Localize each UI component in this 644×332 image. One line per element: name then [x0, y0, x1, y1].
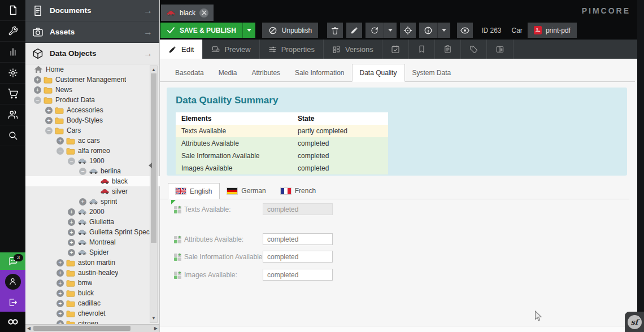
- info-button[interactable]: [419, 23, 450, 38]
- rail-settings-button[interactable]: [0, 63, 25, 84]
- tab-tags[interactable]: [461, 40, 487, 59]
- sale-information-available-input[interactable]: completed: [263, 251, 333, 263]
- info-menu-button[interactable]: [437, 23, 450, 38]
- minus-toggle-icon[interactable]: −: [68, 158, 75, 165]
- scroll-right-icon[interactable]: ▶: [154, 326, 158, 331]
- language-tab-english[interactable]: English: [168, 183, 220, 199]
- tab-schedule[interactable]: [382, 40, 409, 59]
- rail-pimcore-logo[interactable]: [0, 312, 25, 332]
- texts-available-input[interactable]: completed: [263, 203, 333, 215]
- plus-toggle-icon[interactable]: +: [56, 259, 64, 267]
- plus-toggle-icon[interactable]: +: [68, 239, 75, 246]
- delete-button[interactable]: [327, 23, 343, 38]
- rail-reports-button[interactable]: [0, 42, 25, 63]
- minus-toggle-icon[interactable]: −: [34, 97, 41, 104]
- unpublish-button[interactable]: Unpublish: [262, 23, 318, 38]
- tree-item-aston-martin[interactable]: +aston martin: [25, 257, 160, 268]
- open-preview-button[interactable]: [457, 23, 473, 38]
- plus-toggle-icon[interactable]: +: [56, 269, 64, 277]
- accordion-documents[interactable]: Documents →: [25, 0, 159, 21]
- tree-item-bmw[interactable]: +bmw: [25, 278, 160, 288]
- panel-collapse-icon[interactable]: [146, 163, 152, 168]
- close-icon[interactable]: [199, 8, 208, 18]
- language-tab-german[interactable]: German: [220, 183, 273, 199]
- subtab-sale-information[interactable]: Sale Information: [288, 64, 351, 81]
- tree-item-cadillac[interactable]: +cadillac: [25, 298, 160, 308]
- subtab-attributes[interactable]: Attributes: [244, 64, 288, 81]
- rail-logout-button[interactable]: [0, 293, 25, 312]
- tree-horizontal-scrollbar[interactable]: ◀ ▶: [25, 324, 159, 332]
- minus-toggle-icon[interactable]: −: [79, 168, 86, 175]
- rail-search-button[interactable]: [0, 125, 25, 146]
- save-publish-button[interactable]: SAVE & PUBLISH: [160, 23, 255, 38]
- plus-toggle-icon[interactable]: +: [34, 76, 41, 84]
- tree-item-alfa-romeo[interactable]: −alfa romeo: [25, 146, 160, 156]
- plus-toggle-icon[interactable]: +: [56, 310, 64, 317]
- tree-item-home[interactable]: Home: [25, 64, 160, 75]
- plus-toggle-icon[interactable]: +: [56, 137, 64, 145]
- plus-toggle-icon[interactable]: +: [56, 300, 64, 307]
- plus-toggle-icon[interactable]: +: [34, 86, 41, 94]
- plus-toggle-icon[interactable]: +: [79, 198, 86, 206]
- accordion-assets[interactable]: Assets →: [25, 21, 159, 43]
- tree-item-news[interactable]: +News: [25, 85, 160, 95]
- tree-item-ac-cars[interactable]: +ac cars: [25, 136, 160, 146]
- tree-item-cars[interactable]: −Cars: [25, 125, 160, 136]
- plus-toggle-icon[interactable]: +: [68, 208, 75, 216]
- tab-versions[interactable]: Versions: [324, 40, 382, 59]
- tree-item-body-styles[interactable]: +Body-Styles: [25, 115, 160, 125]
- tree-item-chevrolet[interactable]: +chevrolet: [25, 308, 160, 318]
- accordion-data-objects[interactable]: Data Objects →: [25, 43, 159, 64]
- plus-toggle-icon[interactable]: +: [68, 219, 75, 226]
- subtab-basedata[interactable]: Basedata: [168, 64, 211, 81]
- rail-documents-button[interactable]: [0, 0, 25, 21]
- plus-toggle-icon[interactable]: +: [56, 290, 64, 297]
- minus-toggle-icon[interactable]: −: [45, 127, 53, 134]
- rail-tools-button[interactable]: [0, 21, 25, 42]
- rail-profile-button[interactable]: [0, 270, 25, 293]
- subtab-system-data[interactable]: System Data: [405, 64, 459, 81]
- reload-menu-button[interactable]: [384, 23, 397, 38]
- tree-item-2000[interactable]: +2000: [25, 207, 160, 217]
- tab-properties[interactable]: Properties: [260, 40, 324, 59]
- tree-item-sprint[interactable]: +sprint: [25, 196, 160, 207]
- tree-item-gulietta-sprint-specia[interactable]: +Gulietta Sprint Specia: [25, 227, 160, 237]
- tree-vertical-scrollbar[interactable]: ▲ ▼: [150, 65, 158, 323]
- tree-item-giulietta[interactable]: +Giulietta: [25, 217, 160, 227]
- tree-item-customer-management[interactable]: +Customer Management: [25, 75, 160, 85]
- tree-item-montreal[interactable]: +Montreal: [25, 237, 160, 247]
- scroll-down-icon[interactable]: ▼: [150, 315, 157, 322]
- rename-button[interactable]: [346, 23, 362, 38]
- vertical-scroll-thumb[interactable]: [151, 73, 156, 243]
- attributes-available-input[interactable]: completed: [263, 233, 333, 245]
- tree-item-1900[interactable]: −1900: [25, 156, 160, 166]
- scroll-left-icon[interactable]: ◀: [27, 326, 31, 331]
- subtab-media[interactable]: Media: [211, 64, 245, 81]
- plus-toggle-icon[interactable]: +: [45, 107, 53, 114]
- tree-item-buick[interactable]: +buick: [25, 288, 160, 298]
- subtab-data-quality[interactable]: Data Quality: [352, 64, 405, 82]
- plus-toggle-icon[interactable]: +: [68, 229, 75, 236]
- symfony-debug-toggle[interactable]: sf: [625, 312, 644, 332]
- tab-workflow[interactable]: [487, 40, 514, 59]
- language-tab-french[interactable]: French: [273, 183, 323, 199]
- plus-toggle-icon[interactable]: +: [45, 117, 53, 124]
- tab-preview[interactable]: Preview: [203, 40, 259, 59]
- horizontal-scroll-thumb[interactable]: [33, 326, 130, 331]
- save-menu-button[interactable]: [242, 23, 255, 38]
- tab-notes[interactable]: [435, 40, 461, 59]
- document-tab-black[interactable]: black: [161, 5, 214, 21]
- scroll-up-icon[interactable]: ▲: [150, 67, 157, 73]
- tree-item-citroen[interactable]: +citroen: [25, 318, 160, 324]
- plus-toggle-icon[interactable]: +: [68, 249, 75, 256]
- locate-in-tree-button[interactable]: [400, 23, 416, 38]
- tree-item-austin-healey[interactable]: +austin-healey: [25, 268, 160, 278]
- tree-item-berlina[interactable]: −berlina: [25, 166, 160, 176]
- reload-button[interactable]: [365, 23, 397, 38]
- plus-toggle-icon[interactable]: +: [56, 279, 64, 287]
- tree-item-accessories[interactable]: +Accessories: [25, 105, 160, 115]
- rail-ecommerce-button[interactable]: [0, 84, 25, 104]
- tree-item-spider[interactable]: +Spider: [25, 247, 160, 257]
- tree-item-black[interactable]: black: [25, 176, 160, 186]
- tree-item-product-data[interactable]: −Product Data: [25, 95, 160, 105]
